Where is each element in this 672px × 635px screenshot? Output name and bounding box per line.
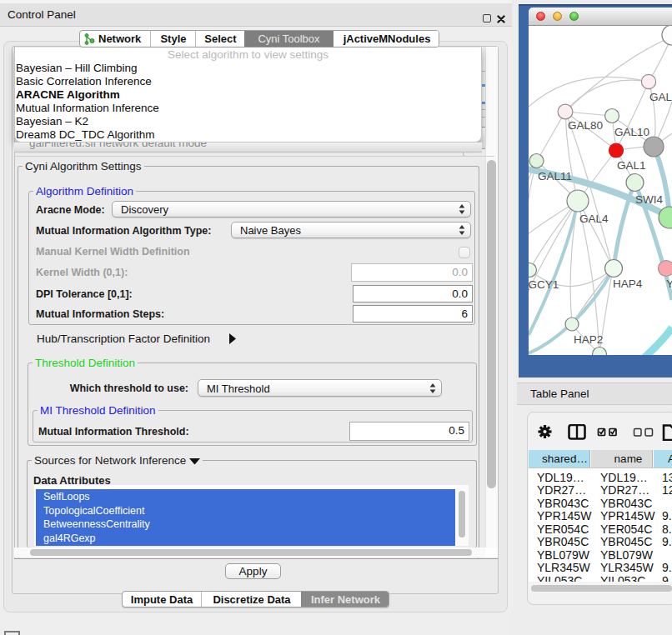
svg-text:GCY1: GCY1 — [529, 278, 559, 291]
svg-text:YE: YE — [666, 278, 672, 290]
svg-text:GAL10: GAL10 — [614, 126, 649, 138]
svg-text:GAL4: GAL4 — [579, 212, 609, 225]
svg-text:SWI4: SWI4 — [635, 193, 663, 206]
svg-text:GAL2: GAL2 — [649, 91, 672, 103]
svg-text:GAL11: GAL11 — [538, 170, 572, 182]
svg-text:GAL80: GAL80 — [568, 119, 603, 132]
svg-text:HAP4: HAP4 — [613, 278, 643, 290]
svg-text:GAL1: GAL1 — [617, 159, 646, 172]
svg-text:HAP2: HAP2 — [574, 333, 603, 346]
